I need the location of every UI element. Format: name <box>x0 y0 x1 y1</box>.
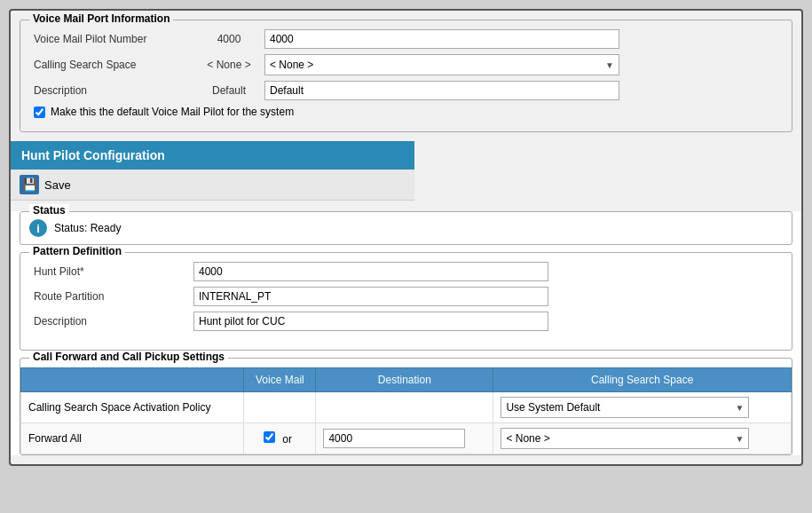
route-partition-row: Route Partition <box>34 287 778 306</box>
forward-all-css-select[interactable]: < None > <box>501 428 749 449</box>
save-icon: 💾 <box>20 175 39 194</box>
css-activation-css: Use System Default <box>493 392 792 423</box>
save-label: Save <box>44 178 71 192</box>
forward-all-label: Forward All <box>21 423 244 454</box>
pilot-number-row: Voice Mail Pilot Number 4000 <box>34 29 778 49</box>
or-text: or <box>282 433 292 446</box>
pattern-definition-section: Pattern Definition Hunt Pilot* Route Par… <box>20 252 792 351</box>
route-partition-label: Route Partition <box>34 290 193 303</box>
hunt-pilot-label: Hunt Pilot* <box>34 265 193 278</box>
calling-search-space-static: < None > <box>193 59 264 71</box>
description-input[interactable] <box>264 81 619 100</box>
main-content: Status i Status: Ready Pattern Definitio… <box>11 211 801 455</box>
calling-search-space-row: Calling Search Space < None > < None > <box>34 54 778 75</box>
css-activation-label: Calling Search Space Activation Policy <box>21 392 244 423</box>
pilot-number-static: 4000 <box>193 33 264 45</box>
forward-all-text: Forward All <box>28 432 82 445</box>
hunt-pilot-row: Hunt Pilot* <box>34 262 778 281</box>
col-voicemail-header: Voice Mail <box>244 368 316 392</box>
hunt-pilot-header: Hunt Pilot Configuration <box>11 141 414 170</box>
pattern-description-label: Description <box>34 315 193 328</box>
forward-all-voicemail-checkbox[interactable] <box>264 431 275 443</box>
css-activation-voicemail <box>244 392 316 423</box>
status-text: Status: Ready <box>54 222 121 234</box>
table-row: Forward All or < None > <box>21 423 792 454</box>
call-forward-legend: Call Forward and Call Pickup Settings <box>29 351 228 363</box>
calling-search-space-select[interactable]: < None > <box>264 54 619 75</box>
status-section: Status i Status: Ready <box>20 211 792 245</box>
pattern-legend: Pattern Definition <box>29 245 125 257</box>
status-row: i Status: Ready <box>29 219 783 237</box>
table-header-row: Voice Mail Destination Calling Search Sp… <box>21 368 792 392</box>
main-container: Voice Mail Port Information Voice Mail P… <box>9 9 803 466</box>
info-icon: i <box>29 219 47 237</box>
pilot-number-label: Voice Mail Pilot Number <box>34 33 193 45</box>
route-partition-input[interactable] <box>193 287 548 306</box>
css-activation-select-wrapper: Use System Default <box>501 397 749 418</box>
pilot-number-input[interactable] <box>264 29 619 49</box>
col-css-header: Calling Search Space <box>493 368 792 392</box>
forward-all-destination <box>316 423 493 454</box>
calling-search-space-select-wrapper: < None > <box>264 54 619 75</box>
default-pilot-label: Make this the default Voice Mail Pilot f… <box>51 106 294 118</box>
hunt-pilot-title: Hunt Pilot Configuration <box>21 148 165 162</box>
description-row: Description Default <box>34 81 778 100</box>
call-forward-table: Voice Mail Destination Calling Search Sp… <box>20 367 792 454</box>
description-label: Description <box>34 84 193 97</box>
calling-search-space-label: Calling Search Space <box>34 59 193 71</box>
forward-all-destination-input[interactable] <box>323 429 465 448</box>
call-forward-section: Call Forward and Call Pickup Settings Vo… <box>20 358 792 455</box>
col-destination-header: Destination <box>316 368 493 392</box>
css-activation-destination <box>316 392 493 423</box>
voicemail-section: Voice Mail Port Information Voice Mail P… <box>20 20 792 132</box>
css-activation-select[interactable]: Use System Default <box>501 397 749 418</box>
default-pilot-checkbox[interactable] <box>34 107 45 118</box>
toolbar: 💾 Save <box>11 170 414 201</box>
default-pilot-row: Make this the default Voice Mail Pilot f… <box>34 106 778 118</box>
forward-all-voicemail: or <box>244 423 316 454</box>
status-legend: Status <box>29 204 69 217</box>
forward-all-css: < None > <box>493 423 792 454</box>
save-button[interactable]: 💾 Save <box>20 175 71 194</box>
voicemail-section-title: Voice Mail Port Information <box>29 12 173 25</box>
pattern-description-input[interactable] <box>193 312 548 331</box>
hunt-pilot-input[interactable] <box>193 262 548 281</box>
col-label-header <box>21 368 244 392</box>
forward-all-css-select-wrapper: < None > <box>501 428 749 449</box>
description-static: Default <box>193 84 264 97</box>
css-activation-text: Calling Search Space Activation Policy <box>28 401 210 414</box>
pattern-description-row: Description <box>34 312 778 331</box>
table-row: Calling Search Space Activation Policy U… <box>21 392 792 423</box>
